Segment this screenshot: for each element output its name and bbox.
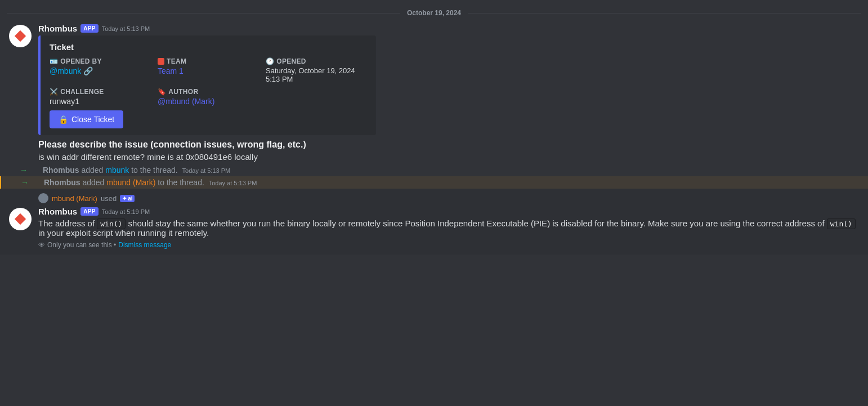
app-badge-2: APP [80,207,98,216]
date-divider: October 19, 2024 [0,0,868,21]
app-badge: APP [80,24,98,33]
lock-icon: 🔒 [59,115,68,124]
link-icon: 🔗 [83,66,93,75]
username-2: Rhombus [38,207,77,216]
rhombus-name-2: Rhombus [44,178,80,187]
message-header-2: Rhombus APP Today at 5:19 PM [38,207,859,216]
second-message-body: The address of win() should stay the sam… [38,218,859,238]
ticket-title: Ticket [50,42,367,52]
issue-body-text: is win addr different remote? mine is at… [38,152,859,162]
opened-by-mention[interactable]: @mbunk [50,66,81,75]
eye-icon: 👁 [38,241,45,249]
added-user-2: mbund (Mark) [106,178,155,187]
ticket-field-opened-by: 🪪 Opened By @mbunk 🔗 [50,57,151,83]
arrow-icon-2: → [10,178,39,187]
ai-badge: ✦ ai [120,195,135,202]
ticket-fields: 🪪 Opened By @mbunk 🔗 Team Team 1 [50,57,367,106]
ticket-field-opened: 🕐 Opened Saturday, October 19, 2024 5:13… [266,57,367,83]
message-content: Rhombus APP Today at 5:13 PM Ticket 🪪 Op… [38,24,859,162]
code-win-2: win() [827,218,856,229]
close-ticket-button[interactable]: 🔒 Close Ticket [50,110,123,128]
author-value[interactable]: @mbund (Mark) [158,97,259,106]
team-color-icon [158,58,164,65]
used-command-row: mbund (Mark) used ✦ ai [29,190,868,204]
team-value[interactable]: Team 1 [158,66,259,75]
challenge-value: runway1 [50,97,151,106]
message-group-rhombus-1: Rhombus APP Today at 5:13 PM Ticket 🪪 Op… [0,21,868,164]
ticket-card: Ticket 🪪 Opened By @mbunk 🔗 [38,35,376,135]
message-header: Rhombus APP Today at 5:13 PM [38,24,859,33]
clock-icon: 🕐 [266,57,274,65]
rhombus-name-1: Rhombus [43,166,79,175]
author-icon: 🔖 [158,88,166,96]
ticket-field-challenge: ⚔️ Challenge runway1 [50,88,151,106]
arrow-icon-1: → [9,166,38,175]
challenge-icon: ⚔️ [50,88,58,96]
avatar-2 [9,208,32,230]
id-card-icon: 🪪 [50,57,58,65]
avatar [9,25,32,47]
opened-value: Saturday, October 19, 2024 5:13 PM [266,66,367,83]
system-message-2: → Rhombus added mbund (Mark) to the thre… [0,176,868,189]
dismiss-link[interactable]: Dismiss message [118,241,171,249]
message-content-2: Rhombus APP Today at 5:19 PM The address… [38,207,859,249]
ephemeral-notice: 👁 Only you can see this • Dismiss messag… [38,241,859,249]
timestamp-2: Today at 5:19 PM [102,208,150,215]
command-user: mbund (Mark) [52,194,97,203]
ticket-field-author: 🔖 Author @mbund (Mark) [158,88,259,106]
username: Rhombus [38,24,77,33]
issue-description-prompt: Please describe the issue (connection is… [38,140,859,150]
added-user-1: mbunk [105,166,129,175]
ticket-field-team: Team Team 1 [158,57,259,83]
timestamp: Today at 5:13 PM [102,25,150,32]
small-avatar [38,193,48,203]
system-message-1: → Rhombus added mbunk to the thread. Tod… [0,164,868,176]
message-group-rhombus-2: Rhombus APP Today at 5:19 PM The address… [0,204,868,251]
second-message-block: mbund (Mark) used ✦ ai Rhombus APP Today… [0,189,868,255]
